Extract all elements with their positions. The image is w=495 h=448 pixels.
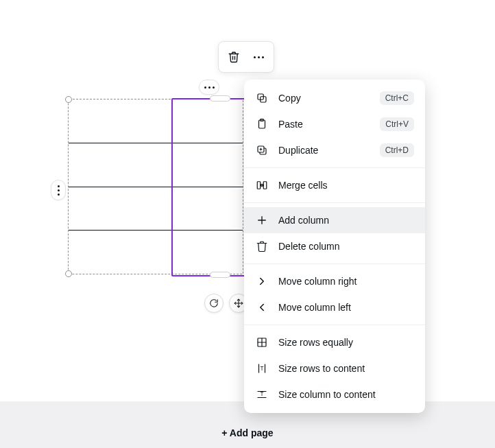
menu-item-size-column-to-content[interactable]: T Size column to content (244, 381, 425, 408)
trash-icon (255, 239, 269, 253)
row-more-button[interactable] (51, 180, 66, 200)
menu-item-move-column-left[interactable]: Move column left (244, 294, 425, 320)
menu-item-label: Size rows to content (278, 363, 414, 374)
column-resize-handle-bottom[interactable] (210, 272, 230, 278)
more-button[interactable] (246, 45, 271, 69)
plus-icon (255, 213, 269, 227)
paste-icon (255, 117, 269, 131)
rows-content-icon: T (255, 362, 269, 375)
menu-separator (244, 167, 425, 168)
context-menu: Copy Ctrl+C Paste Ctrl+V Duplicate Ctrl+… (244, 80, 425, 413)
more-vertical-icon (58, 185, 60, 196)
add-page-button[interactable]: + Add page (0, 427, 495, 438)
menu-item-label: Copy (278, 93, 370, 104)
more-horizontal-icon (204, 86, 215, 89)
svg-rect-9 (257, 182, 261, 189)
menu-item-paste[interactable]: Paste Ctrl+V (244, 111, 425, 137)
menu-item-label: Size rows equally (278, 337, 414, 348)
merge-cells-icon (255, 178, 269, 192)
menu-separator (244, 325, 425, 325)
menu-item-size-rows-equally[interactable]: Size rows equally (244, 329, 425, 355)
menu-separator (244, 202, 425, 203)
trash-icon (228, 51, 240, 63)
menu-separator (244, 263, 425, 264)
more-horizontal-icon (254, 56, 264, 58)
menu-item-label: Merge cells (278, 180, 414, 191)
menu-item-size-rows-to-content[interactable]: T Size rows to content (244, 355, 425, 381)
svg-text:T: T (260, 391, 263, 397)
menu-item-label: Duplicate (278, 145, 370, 156)
copy-icon (255, 91, 269, 105)
menu-item-label: Paste (278, 119, 370, 130)
chevron-right-icon (255, 274, 269, 288)
menu-item-copy[interactable]: Copy Ctrl+C (244, 85, 425, 111)
column-more-button[interactable] (199, 80, 219, 95)
menu-item-shortcut: Ctrl+D (380, 143, 414, 157)
sync-button[interactable] (204, 294, 224, 313)
resize-handle-top-left[interactable] (65, 96, 72, 103)
canvas-action-buttons (204, 294, 248, 313)
delete-button[interactable] (221, 45, 246, 69)
resize-handle-bottom-left[interactable] (65, 270, 72, 277)
menu-item-merge-cells[interactable]: Merge cells (244, 172, 425, 198)
duplicate-icon (255, 143, 269, 157)
table[interactable] (68, 99, 243, 274)
svg-text:T: T (260, 366, 263, 372)
chevron-left-icon (255, 300, 269, 314)
menu-item-label: Delete column (278, 241, 414, 252)
selected-column-overlay (171, 98, 245, 276)
sync-icon (209, 298, 219, 308)
menu-item-label: Size column to content (278, 389, 414, 400)
menu-item-shortcut: Ctrl+V (380, 117, 414, 131)
menu-item-label: Add column (278, 215, 414, 226)
menu-item-duplicate[interactable]: Duplicate Ctrl+D (244, 137, 425, 163)
column-content-icon: T (255, 388, 269, 401)
move-icon (234, 298, 243, 308)
menu-item-label: Move column right (278, 276, 414, 287)
menu-item-delete-column[interactable]: Delete column (244, 233, 425, 259)
rows-equal-icon (255, 335, 269, 349)
menu-item-shortcut: Ctrl+C (380, 91, 414, 105)
column-resize-handle-top[interactable] (210, 95, 230, 102)
svg-rect-10 (263, 182, 267, 189)
floating-toolbar (218, 41, 274, 73)
menu-item-add-column[interactable]: Add column (244, 207, 425, 233)
menu-item-label: Move column left (278, 302, 414, 313)
menu-item-move-column-right[interactable]: Move column right (244, 268, 425, 294)
